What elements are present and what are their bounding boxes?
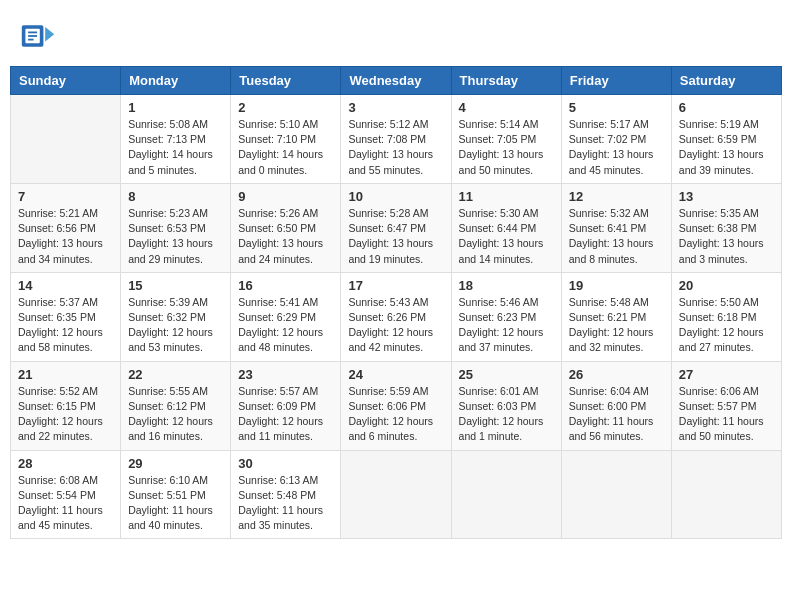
calendar-cell: 4Sunrise: 5:14 AMSunset: 7:05 PMDaylight…	[451, 95, 561, 184]
calendar-cell: 22Sunrise: 5:55 AMSunset: 6:12 PMDayligh…	[121, 361, 231, 450]
day-number: 15	[128, 278, 223, 293]
calendar-week-row: 21Sunrise: 5:52 AMSunset: 6:15 PMDayligh…	[11, 361, 782, 450]
calendar-cell: 11Sunrise: 5:30 AMSunset: 6:44 PMDayligh…	[451, 183, 561, 272]
day-info: Sunrise: 6:06 AMSunset: 5:57 PMDaylight:…	[679, 384, 774, 445]
svg-rect-2	[28, 32, 37, 34]
calendar-cell: 29Sunrise: 6:10 AMSunset: 5:51 PMDayligh…	[121, 450, 231, 539]
page-header	[10, 10, 782, 58]
day-info: Sunrise: 6:08 AMSunset: 5:54 PMDaylight:…	[18, 473, 113, 534]
day-number: 25	[459, 367, 554, 382]
calendar-cell	[671, 450, 781, 539]
svg-rect-4	[28, 39, 33, 41]
svg-marker-5	[45, 27, 54, 41]
column-header-thursday: Thursday	[451, 67, 561, 95]
calendar-cell: 25Sunrise: 6:01 AMSunset: 6:03 PMDayligh…	[451, 361, 561, 450]
calendar-cell: 14Sunrise: 5:37 AMSunset: 6:35 PMDayligh…	[11, 272, 121, 361]
day-info: Sunrise: 6:04 AMSunset: 6:00 PMDaylight:…	[569, 384, 664, 445]
calendar-cell: 28Sunrise: 6:08 AMSunset: 5:54 PMDayligh…	[11, 450, 121, 539]
day-info: Sunrise: 5:28 AMSunset: 6:47 PMDaylight:…	[348, 206, 443, 267]
day-info: Sunrise: 5:08 AMSunset: 7:13 PMDaylight:…	[128, 117, 223, 178]
day-number: 24	[348, 367, 443, 382]
day-info: Sunrise: 5:41 AMSunset: 6:29 PMDaylight:…	[238, 295, 333, 356]
day-number: 4	[459, 100, 554, 115]
day-info: Sunrise: 5:55 AMSunset: 6:12 PMDaylight:…	[128, 384, 223, 445]
day-number: 21	[18, 367, 113, 382]
logo	[20, 18, 60, 54]
day-info: Sunrise: 5:26 AMSunset: 6:50 PMDaylight:…	[238, 206, 333, 267]
day-info: Sunrise: 5:23 AMSunset: 6:53 PMDaylight:…	[128, 206, 223, 267]
calendar-week-row: 14Sunrise: 5:37 AMSunset: 6:35 PMDayligh…	[11, 272, 782, 361]
day-number: 28	[18, 456, 113, 471]
calendar-cell: 3Sunrise: 5:12 AMSunset: 7:08 PMDaylight…	[341, 95, 451, 184]
day-number: 20	[679, 278, 774, 293]
calendar-cell: 17Sunrise: 5:43 AMSunset: 6:26 PMDayligh…	[341, 272, 451, 361]
calendar-header-row: SundayMondayTuesdayWednesdayThursdayFrid…	[11, 67, 782, 95]
day-number: 14	[18, 278, 113, 293]
day-number: 8	[128, 189, 223, 204]
calendar-cell	[341, 450, 451, 539]
day-info: Sunrise: 5:35 AMSunset: 6:38 PMDaylight:…	[679, 206, 774, 267]
calendar-cell: 20Sunrise: 5:50 AMSunset: 6:18 PMDayligh…	[671, 272, 781, 361]
calendar-cell: 12Sunrise: 5:32 AMSunset: 6:41 PMDayligh…	[561, 183, 671, 272]
calendar-cell: 23Sunrise: 5:57 AMSunset: 6:09 PMDayligh…	[231, 361, 341, 450]
day-number: 11	[459, 189, 554, 204]
calendar-cell: 27Sunrise: 6:06 AMSunset: 5:57 PMDayligh…	[671, 361, 781, 450]
calendar-cell: 15Sunrise: 5:39 AMSunset: 6:32 PMDayligh…	[121, 272, 231, 361]
day-number: 1	[128, 100, 223, 115]
day-info: Sunrise: 5:14 AMSunset: 7:05 PMDaylight:…	[459, 117, 554, 178]
calendar-cell: 30Sunrise: 6:13 AMSunset: 5:48 PMDayligh…	[231, 450, 341, 539]
day-info: Sunrise: 5:59 AMSunset: 6:06 PMDaylight:…	[348, 384, 443, 445]
column-header-wednesday: Wednesday	[341, 67, 451, 95]
column-header-monday: Monday	[121, 67, 231, 95]
calendar-cell: 13Sunrise: 5:35 AMSunset: 6:38 PMDayligh…	[671, 183, 781, 272]
day-number: 9	[238, 189, 333, 204]
calendar-week-row: 28Sunrise: 6:08 AMSunset: 5:54 PMDayligh…	[11, 450, 782, 539]
day-number: 13	[679, 189, 774, 204]
day-info: Sunrise: 5:52 AMSunset: 6:15 PMDaylight:…	[18, 384, 113, 445]
calendar-cell: 26Sunrise: 6:04 AMSunset: 6:00 PMDayligh…	[561, 361, 671, 450]
calendar-cell: 7Sunrise: 5:21 AMSunset: 6:56 PMDaylight…	[11, 183, 121, 272]
day-number: 17	[348, 278, 443, 293]
day-info: Sunrise: 6:10 AMSunset: 5:51 PMDaylight:…	[128, 473, 223, 534]
day-number: 27	[679, 367, 774, 382]
calendar-cell: 24Sunrise: 5:59 AMSunset: 6:06 PMDayligh…	[341, 361, 451, 450]
day-info: Sunrise: 5:12 AMSunset: 7:08 PMDaylight:…	[348, 117, 443, 178]
day-info: Sunrise: 5:30 AMSunset: 6:44 PMDaylight:…	[459, 206, 554, 267]
day-info: Sunrise: 5:43 AMSunset: 6:26 PMDaylight:…	[348, 295, 443, 356]
day-info: Sunrise: 5:19 AMSunset: 6:59 PMDaylight:…	[679, 117, 774, 178]
calendar-cell: 18Sunrise: 5:46 AMSunset: 6:23 PMDayligh…	[451, 272, 561, 361]
calendar-week-row: 1Sunrise: 5:08 AMSunset: 7:13 PMDaylight…	[11, 95, 782, 184]
column-header-saturday: Saturday	[671, 67, 781, 95]
column-header-sunday: Sunday	[11, 67, 121, 95]
day-number: 29	[128, 456, 223, 471]
day-number: 18	[459, 278, 554, 293]
calendar-cell: 10Sunrise: 5:28 AMSunset: 6:47 PMDayligh…	[341, 183, 451, 272]
day-number: 22	[128, 367, 223, 382]
day-number: 3	[348, 100, 443, 115]
svg-rect-3	[28, 35, 37, 37]
day-info: Sunrise: 5:46 AMSunset: 6:23 PMDaylight:…	[459, 295, 554, 356]
calendar-cell: 8Sunrise: 5:23 AMSunset: 6:53 PMDaylight…	[121, 183, 231, 272]
day-number: 23	[238, 367, 333, 382]
day-info: Sunrise: 5:37 AMSunset: 6:35 PMDaylight:…	[18, 295, 113, 356]
calendar-week-row: 7Sunrise: 5:21 AMSunset: 6:56 PMDaylight…	[11, 183, 782, 272]
day-info: Sunrise: 5:39 AMSunset: 6:32 PMDaylight:…	[128, 295, 223, 356]
day-number: 10	[348, 189, 443, 204]
calendar-cell: 1Sunrise: 5:08 AMSunset: 7:13 PMDaylight…	[121, 95, 231, 184]
day-info: Sunrise: 5:50 AMSunset: 6:18 PMDaylight:…	[679, 295, 774, 356]
calendar-cell: 21Sunrise: 5:52 AMSunset: 6:15 PMDayligh…	[11, 361, 121, 450]
calendar-cell: 19Sunrise: 5:48 AMSunset: 6:21 PMDayligh…	[561, 272, 671, 361]
day-number: 6	[679, 100, 774, 115]
column-header-friday: Friday	[561, 67, 671, 95]
day-info: Sunrise: 5:57 AMSunset: 6:09 PMDaylight:…	[238, 384, 333, 445]
day-number: 7	[18, 189, 113, 204]
calendar-cell	[11, 95, 121, 184]
day-number: 19	[569, 278, 664, 293]
day-number: 12	[569, 189, 664, 204]
day-number: 26	[569, 367, 664, 382]
calendar-cell	[451, 450, 561, 539]
calendar-cell: 6Sunrise: 5:19 AMSunset: 6:59 PMDaylight…	[671, 95, 781, 184]
calendar-table: SundayMondayTuesdayWednesdayThursdayFrid…	[10, 66, 782, 539]
day-info: Sunrise: 5:10 AMSunset: 7:10 PMDaylight:…	[238, 117, 333, 178]
calendar-cell: 5Sunrise: 5:17 AMSunset: 7:02 PMDaylight…	[561, 95, 671, 184]
